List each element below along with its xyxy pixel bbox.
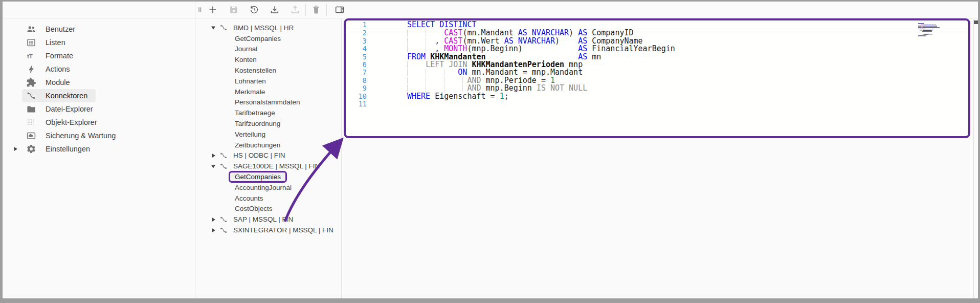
toolbar-divider <box>326 4 327 16</box>
sidebar-item-label: Benutzer <box>46 25 75 33</box>
line-number: 11 <box>346 100 367 108</box>
line-number: 2 <box>346 29 367 37</box>
tree-item-personalstammdaten[interactable]: Personalstammdaten <box>206 97 340 108</box>
chevron-right-icon[interactable] <box>209 153 217 158</box>
tree-item-label: Merkmale <box>235 88 265 96</box>
indent-guide <box>407 38 408 45</box>
layout-panel-icon[interactable] <box>333 3 346 16</box>
indent-guide <box>407 77 408 84</box>
gear-icon <box>26 144 36 154</box>
minimap-line <box>918 29 942 30</box>
sidebar-item-einstellungen[interactable]: Einstellungen <box>3 142 195 156</box>
tree-item-costobjects[interactable]: CostObjects <box>206 204 340 214</box>
minimap-line <box>918 23 942 24</box>
add-icon[interactable] <box>206 3 219 16</box>
indent-guide <box>462 77 463 84</box>
tree-item-label: Accounts <box>235 194 263 202</box>
tree-item-tarifzuordnung[interactable]: Tarifzuordnung <box>206 118 340 129</box>
tree-item-bmd-mssql-hr[interactable]: BMD | MSSQL | HR <box>206 23 340 33</box>
code-line-text: SELECT DISTINCT <box>407 21 476 29</box>
tree-item-label: SAGE100DE | MSSQL | FIN <box>233 162 320 170</box>
line-number: 8 <box>346 77 367 84</box>
tree-item-getcompanies[interactable]: GetCompanies <box>206 171 340 182</box>
connector-icon <box>218 162 229 170</box>
sidebar-item-label: Konnektoren <box>46 92 87 100</box>
sidebar-item-module[interactable]: Module <box>3 76 195 89</box>
sidebar-item-sicherung-wartung[interactable]: Sicherung & Wartung <box>3 129 195 142</box>
toolbar-bottom-divider <box>3 2 978 18</box>
sidebar-panel-divider <box>195 2 195 298</box>
download-icon[interactable] <box>268 3 281 16</box>
chevron-down-icon[interactable] <box>209 25 217 30</box>
line-number: 3 <box>346 37 367 45</box>
tree-item-label: SXINTEGRATOR | MSSQL | FIN <box>233 226 333 234</box>
query-editor[interactable]: 1SELECT DISTINCT2 CAST(mn.Mandant AS NVA… <box>344 18 970 138</box>
chevron-right-icon[interactable] <box>209 228 217 233</box>
history-icon[interactable] <box>248 3 261 16</box>
tree-item-label: CostObjects <box>235 205 273 212</box>
dots-grid-icon <box>26 117 36 127</box>
indent-guide <box>426 46 426 52</box>
code-area: 1SELECT DISTINCT2 CAST(mn.Mandant AS NVA… <box>346 21 968 108</box>
sidebar-item-actions[interactable]: Actions <box>3 62 195 76</box>
tree-item-merkmale[interactable]: Merkmale <box>206 86 340 97</box>
tree-item-konten[interactable]: Konten <box>206 54 340 65</box>
tree-item-accounts[interactable]: Accounts <box>206 193 340 204</box>
sidebar-item-label: Listen <box>46 38 65 47</box>
chevron-right-icon[interactable] <box>209 217 217 222</box>
folder-icon <box>26 104 36 114</box>
tree-item-sap-mssql-fin[interactable]: SAP | MSSQL | FIN <box>206 214 340 225</box>
tree-item-zeitbuchungen[interactable]: Zeitbuchungen <box>206 140 340 150</box>
tree-item-label: Tarifbetraege <box>235 109 275 117</box>
minimap-line <box>918 34 942 35</box>
indent-guide <box>462 85 463 92</box>
sidebar-item-objekt-explorer[interactable]: Objekt-Explorer <box>3 116 195 129</box>
editor-scrollbar-thumb[interactable] <box>974 20 978 24</box>
minimap-line <box>918 35 942 36</box>
delete-icon[interactable] <box>309 3 323 16</box>
sidebar: BenutzerListentTFormateActionsModuleKonn… <box>3 23 195 156</box>
line-number: 5 <box>346 53 367 61</box>
tree-item-sage100de-mssql-fin[interactable]: SAGE100DE | MSSQL | FIN <box>206 161 340 171</box>
indent-guide <box>426 69 426 76</box>
tree-item-label: SAP | MSSQL | FIN <box>233 215 293 223</box>
sidebar-item-benutzer[interactable]: Benutzer <box>3 23 195 36</box>
tree-item-journal[interactable]: Journal <box>206 44 340 55</box>
sidebar-item-datei-explorer[interactable]: Datei-Explorer <box>3 102 195 116</box>
tree-item-kostenstellen[interactable]: Kostenstellen <box>206 65 340 76</box>
save-icon[interactable] <box>227 3 240 16</box>
tree-item-label-selected: GetCompanies <box>229 171 287 183</box>
indent-guide <box>426 38 426 45</box>
indent-guide <box>407 61 408 68</box>
text-format-icon: tT <box>26 51 36 61</box>
chevron-down-icon[interactable] <box>209 164 217 169</box>
tree-item-accountingjournal[interactable]: AccountingJournal <box>206 182 340 193</box>
expand-arrow-icon[interactable] <box>10 146 21 152</box>
tree-item-getcompanies[interactable]: GetCompanies <box>206 33 340 44</box>
tree-item-label: Konten <box>235 56 257 63</box>
indent-guide <box>444 77 444 84</box>
sidebar-item-formate[interactable]: tTFormate <box>3 49 195 62</box>
minimap[interactable] <box>918 23 942 38</box>
sidebar-item-label: Datei-Explorer <box>46 105 93 113</box>
code-line-text: WHERE Eigenschaft = 1; <box>407 93 509 100</box>
line-number: 7 <box>346 69 367 76</box>
tree-item-lohnarten[interactable]: Lohnarten <box>206 76 340 86</box>
minimap-line <box>918 25 942 26</box>
tree-item-tarifbetraege[interactable]: Tarifbetraege <box>206 107 340 118</box>
tree-item-label: Personalstammdaten <box>235 98 300 106</box>
connector-icon <box>26 91 36 101</box>
tree-item-label: Verteilung <box>235 131 265 138</box>
upload-icon[interactable] <box>288 3 302 16</box>
tree-item-label: Zeitbuchungen <box>235 141 280 149</box>
sidebar-item-label: Sicherung & Wartung <box>46 132 116 140</box>
tree-item-label: Journal <box>235 45 257 53</box>
sidebar-item-listen[interactable]: Listen <box>3 36 195 49</box>
code-line: 11 <box>346 100 968 108</box>
tree-item-sxintegrator-mssql-fin[interactable]: SXINTEGRATOR | MSSQL | FIN <box>206 225 340 235</box>
tree-item-verteilung[interactable]: Verteilung <box>206 129 340 140</box>
connector-icon <box>218 226 229 234</box>
tree-item-hs-odbc-fin[interactable]: HS | ODBC | FIN <box>206 150 340 161</box>
sidebar-item-konnektoren[interactable]: Konnektoren <box>3 89 195 102</box>
tree-item-label: Kostenstellen <box>235 67 276 74</box>
